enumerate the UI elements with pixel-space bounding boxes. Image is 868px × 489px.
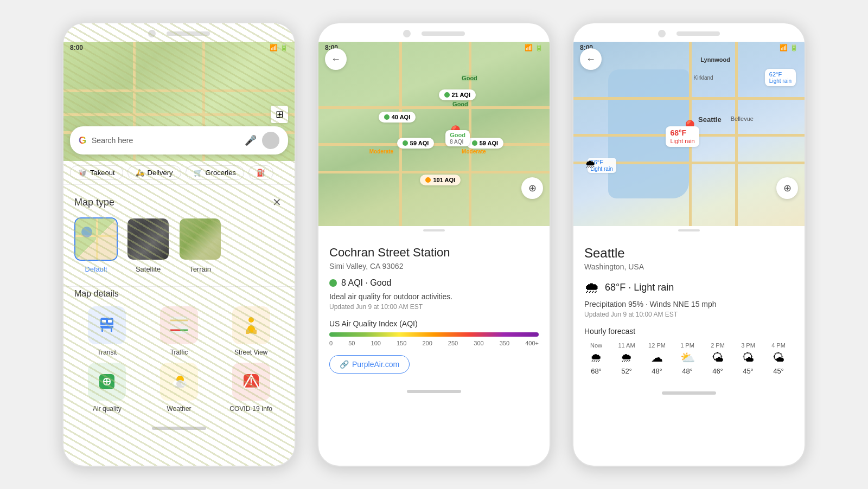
battery-icon-3: 🔋 [790, 44, 798, 52]
good-label-2: Good [452, 101, 468, 107]
external-link-icon: 🔗 [340, 360, 349, 369]
aqi-dot-59a [403, 140, 408, 146]
weather-main-icon: 🌧 [584, 279, 599, 297]
city-seattle: Seattle [698, 115, 722, 124]
city-kirkland: Kirkland [694, 75, 713, 81]
aqi-badge-101: 101 AQI [420, 175, 461, 185]
hourly-temp-2: 48° [652, 367, 662, 375]
status-time-1: 8:00 [70, 44, 83, 52]
aqi-callout-value: 8 AQI [450, 139, 463, 145]
hourly-11am: 11 AM 🌧 52° [615, 342, 639, 375]
hourly-temp-0: 68° [591, 367, 602, 375]
hourly-time-5: 3 PM [741, 342, 755, 349]
phone-2-top-bar [318, 23, 550, 42]
aqi-indicator [329, 279, 337, 287]
hourly-icon-4: 🌤 [712, 351, 724, 365]
panel-handle-2 [318, 226, 550, 235]
map-type-terrain[interactable]: Terrain [178, 217, 222, 273]
map-type-thumb-terrain [178, 217, 222, 261]
good-label-1: Good [462, 75, 477, 81]
status-icons-1: 📶 🔋 [270, 44, 288, 52]
aqi-dot-21 [444, 92, 450, 98]
aqi-num-300: 300 [474, 340, 483, 346]
aqi-num-100: 100 [371, 340, 381, 346]
hourly-temp-3: 48° [682, 367, 693, 375]
aqi-num-0: 0 [329, 340, 333, 346]
wifi-icon-2: 📶 [525, 44, 533, 52]
hourly-time-6: 4 PM [771, 342, 786, 349]
hourly-2pm: 2 PM 🌤 46° [706, 342, 730, 375]
google-logo: G [79, 135, 86, 146]
hourly-now: Now 🌧 68° [584, 342, 608, 375]
hourly-temp-6: 45° [773, 367, 784, 375]
map-status-bar-2: 8:00 📶 🔋 [318, 42, 550, 54]
aqi-value-101: 101 AQI [433, 177, 455, 183]
hourly-time-1: 11 AM [618, 342, 635, 349]
weather-updated-text: Updated Jun 9 at 10:00 AM EST [584, 311, 794, 318]
compass-button-2[interactable]: ⊕ [521, 177, 543, 199]
back-button-2[interactable]: ← [325, 48, 347, 70]
phone-1-content: 8:00 📶 🔋 G Search here 🎤 ⊞ [63, 42, 295, 421]
weather-badge-condition: Light rain [769, 78, 792, 84]
aqi-row: 8 AQI · Good [329, 278, 539, 288]
phone-2-bottom-bar [318, 384, 550, 401]
hourly-3pm: 3 PM 🌤 45° [736, 342, 760, 375]
hourly-temp-1: 52° [621, 367, 632, 375]
hourly-icon-0: 🌧 [590, 351, 602, 365]
hourly-temp-4: 46° [712, 367, 723, 375]
phone-3: 8:00 📶 🔋 ← 62°F Light rain Lynnwood Kirk… [572, 22, 806, 467]
main-temp-condition: Light rain [670, 138, 694, 144]
road-ph2-h2 [318, 143, 550, 146]
hourly-1pm: 1 PM ⛅ 48° [675, 342, 699, 375]
phone-3-home-bar [662, 391, 716, 395]
aqi-num-50: 50 [348, 340, 355, 346]
back-button-3[interactable]: ← [580, 48, 602, 70]
hourly-temp-5: 45° [743, 367, 754, 375]
aqi-value-59b: 59 AQI [480, 140, 498, 146]
aqi-value-21: 21 AQI [452, 92, 470, 98]
map-bg-2 [318, 42, 550, 226]
aqi-dot-59b [472, 140, 477, 146]
hourly-icon-6: 🌤 [773, 351, 784, 365]
mic-icon[interactable]: 🎤 [245, 134, 257, 146]
aqi-value-59a: 59 AQI [410, 140, 429, 146]
handle-bar-2 [423, 229, 445, 231]
battery-icon: 🔋 [280, 44, 288, 52]
aqi-badge-21: 21 AQI [439, 89, 476, 100]
wifi-icon: 📶 [270, 44, 278, 52]
aqi-scale-nums: 0 50 100 150 200 250 300 350 400+ [329, 340, 539, 346]
road-ph3-v2 [735, 42, 738, 226]
aqi-desc: Ideal air quality for outdoor activities… [329, 292, 539, 301]
aqi-callout-text: Good [450, 132, 465, 138]
purpleair-button[interactable]: 🔗 PurpleAir.com [329, 355, 410, 374]
thumb-terrain-bg [180, 218, 221, 260]
compass-button-3[interactable]: ⊕ [776, 177, 798, 199]
aqi-num-200: 200 [422, 340, 432, 346]
weather-main-row: 🌧 68°F · Light rain [584, 279, 794, 297]
phone-1: 8:00 📶 🔋 G Search here 🎤 ⊞ [62, 22, 296, 467]
location-title-2: Cochran Street Station [329, 246, 539, 260]
map-type-panel: Map type ✕ Default [63, 185, 295, 421]
main-temp-value: 68°F [670, 128, 686, 137]
city-bellevue: Bellevue [731, 115, 754, 122]
aqi-dot-101 [425, 177, 431, 183]
main-temp-pin: 68°F Light rain [666, 126, 699, 147]
search-bar[interactable]: G Search here 🎤 [70, 126, 288, 155]
phone-2-speaker [422, 31, 465, 36]
hourly-time-0: Now [590, 342, 602, 349]
aqi-num-400: 400+ [525, 340, 539, 346]
phone-3-camera [658, 30, 666, 37]
phone-3-map: 8:00 📶 🔋 ← 62°F Light rain Lynnwood Kirk… [573, 42, 805, 226]
aqi-updated: Updated Jun 9 at 10:00 AM EST [329, 303, 539, 311]
phone-2-map: 8:00 📶 🔋 ← 21 AQI 40 AQI [318, 42, 550, 226]
avatar[interactable] [262, 132, 279, 149]
aqi-dot-40 [384, 114, 390, 120]
thumb-terrain-texture [178, 217, 222, 261]
panel-handle-3 [573, 226, 805, 235]
handle-bar-3 [678, 229, 700, 231]
phone-2-home-bar [407, 390, 461, 393]
aqi-text: 8 AQI · Good [341, 278, 392, 288]
weather-precip-text: Precipitation 95% · Winds NNE 15 mph [584, 300, 794, 308]
moderate-label-2: Moderate [462, 149, 486, 155]
phone-2: 8:00 📶 🔋 ← 21 AQI 40 AQI [317, 22, 551, 467]
